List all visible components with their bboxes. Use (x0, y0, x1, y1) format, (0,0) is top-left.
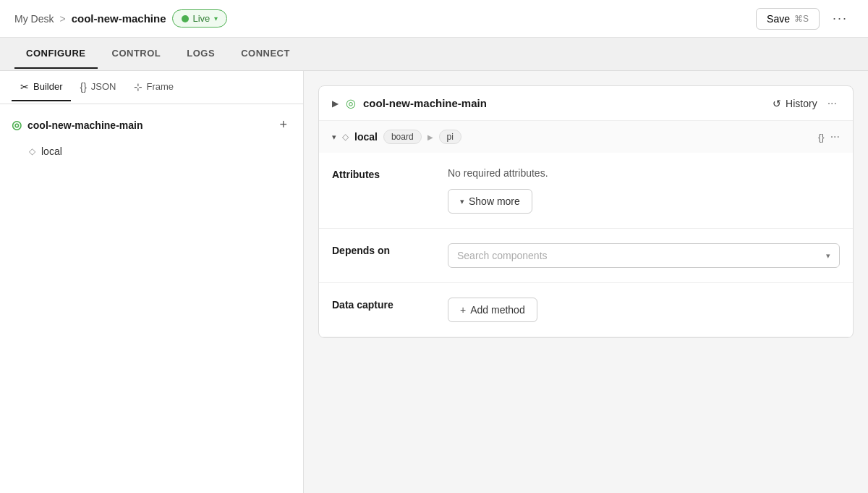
no-attrs-text: No required attributes. (448, 167, 840, 179)
search-components-dropdown[interactable]: Search components ▾ (448, 243, 840, 268)
breadcrumb-separator: > (59, 13, 65, 25)
data-capture-row: Data capture + Add method (332, 298, 840, 322)
local-diamond-icon: ◇ (342, 132, 349, 142)
tab-bar: CONFIGURE CONTROL LOGS CONNECT (0, 38, 868, 71)
local-header: ▾ ◇ local board ▶ pi {} ··· (319, 121, 853, 153)
tab-configure[interactable]: CONFIGURE (14, 39, 98, 69)
attributes-row: Attributes No required attributes. ▾ Sho… (332, 167, 840, 214)
sidebar-tab-json-label: JSON (91, 81, 116, 92)
local-name: local (354, 131, 378, 143)
sidebar-child-label: local (41, 146, 62, 157)
live-label: Live (193, 13, 210, 24)
sidebar-tab-frame-label: Frame (147, 81, 174, 92)
sidebar-tabs: ✂ Builder {} JSON ⊹ Frame (0, 71, 303, 104)
live-chevron-icon: ▾ (214, 14, 218, 22)
add-method-label: Add method (470, 304, 525, 316)
local-more-button[interactable]: ··· (830, 130, 840, 143)
history-icon: ↺ (773, 98, 781, 109)
show-more-button[interactable]: ▾ Show more (448, 189, 532, 214)
sidebar-tab-builder[interactable]: ✂ Builder (12, 74, 71, 101)
tab-logs[interactable]: LOGS (175, 39, 226, 69)
breadcrumb-current: cool-new-machine (72, 12, 166, 25)
save-shortcut: ⌘S (794, 14, 809, 24)
tab-connect[interactable]: CONNECT (229, 39, 302, 69)
local-tag-board: board (383, 130, 422, 144)
sidebar-content: ◎ cool-new-machine-main + ◇ local (0, 104, 303, 493)
component-more-button[interactable]: ··· (825, 97, 840, 110)
local-section: ▾ ◇ local board ▶ pi {} ··· Attributes (319, 121, 853, 337)
sidebar: ✂ Builder {} JSON ⊹ Frame ◎ cool-new-mac… (0, 71, 304, 493)
sidebar-tab-builder-label: Builder (33, 81, 62, 92)
node-wifi-icon: ◎ (12, 118, 22, 132)
component-header: ▶ ◎ cool-new-machine-main ↺ History ··· (319, 86, 853, 121)
sidebar-child-local[interactable]: ◇ local (12, 143, 292, 160)
local-chevron-button[interactable]: ▾ (332, 132, 336, 142)
breadcrumb: My Desk > cool-new-machine Live ▾ (14, 9, 227, 28)
depends-on-label: Depends on (332, 243, 433, 256)
diamond-icon: ◇ (29, 146, 35, 156)
local-tag-pi: pi (439, 130, 461, 144)
header-right: Save ⌘S ··· (756, 8, 854, 30)
live-badge[interactable]: Live ▾ (172, 9, 228, 28)
attributes-content: No required attributes. ▾ Show more (448, 167, 840, 214)
local-actions: {} ··· (818, 130, 840, 143)
show-more-chevron-icon: ▾ (460, 197, 464, 206)
data-capture-label: Data capture (332, 298, 433, 311)
add-plus-icon: + (460, 304, 466, 316)
component-expand-button[interactable]: ▶ (332, 98, 339, 109)
frame-icon: ⊹ (134, 81, 142, 93)
main-layout: ✂ Builder {} JSON ⊹ Frame ◎ cool-new-mac… (0, 71, 868, 493)
attributes-label: Attributes (332, 167, 433, 180)
data-capture-section: Data capture + Add method (319, 283, 853, 337)
attributes-section: Attributes No required attributes. ▾ Sho… (319, 153, 853, 229)
builder-icon: ✂ (20, 81, 29, 93)
component-name: cool-new-machine-main (363, 97, 765, 109)
sidebar-tab-frame[interactable]: ⊹ Frame (125, 74, 183, 101)
local-tag-arrow-icon: ▶ (427, 133, 433, 141)
local-json-button[interactable]: {} (818, 132, 825, 143)
add-method-button[interactable]: + Add method (448, 298, 537, 322)
component-card: ▶ ◎ cool-new-machine-main ↺ History ··· … (318, 85, 854, 338)
save-button[interactable]: Save ⌘S (756, 8, 820, 30)
json-icon: {} (80, 81, 86, 93)
sidebar-tab-json[interactable]: {} JSON (71, 74, 124, 101)
data-capture-content: + Add method (448, 298, 840, 322)
component-wifi-icon: ◎ (346, 96, 356, 110)
sidebar-node: ◎ cool-new-machine-main + (12, 116, 292, 134)
search-placeholder: Search components (457, 250, 548, 261)
history-button[interactable]: ↺ History (773, 98, 817, 109)
add-node-button[interactable]: + (275, 116, 292, 134)
tab-control[interactable]: CONTROL (101, 39, 173, 69)
live-dot-icon (182, 15, 189, 22)
depends-on-row: Depends on Search components ▾ (332, 243, 840, 268)
depends-on-section: Depends on Search components ▾ (319, 229, 853, 283)
history-label: History (786, 98, 817, 109)
show-more-label: Show more (469, 195, 520, 207)
content-area: ▶ ◎ cool-new-machine-main ↺ History ··· … (304, 71, 868, 493)
dropdown-chevron-icon: ▾ (826, 251, 830, 261)
top-header: My Desk > cool-new-machine Live ▾ Save ⌘… (0, 0, 868, 38)
depends-on-content: Search components ▾ (448, 243, 840, 268)
more-options-button[interactable]: ··· (827, 8, 854, 29)
save-label: Save (767, 13, 790, 25)
breadcrumb-home[interactable]: My Desk (14, 13, 54, 25)
sidebar-node-name: cool-new-machine-main (27, 119, 142, 131)
